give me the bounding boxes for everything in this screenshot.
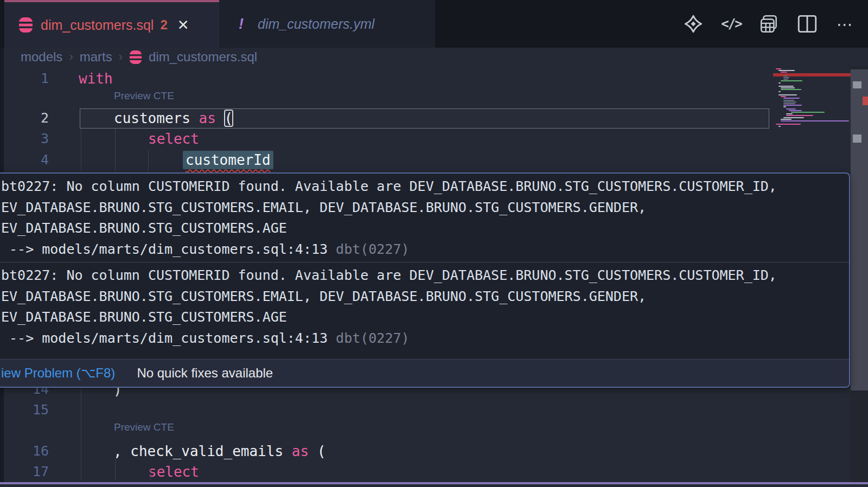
error-message-block-1: bt0227: No column CUSTOMERID found. Avai… (0, 174, 849, 260)
breadcrumb-models[interactable]: models (21, 49, 62, 65)
minimap-code-line (776, 124, 801, 125)
minimap-code-line (778, 94, 797, 95)
minimap-code-line (786, 108, 796, 110)
minimap-code-line (781, 80, 802, 81)
code-line-3[interactable]: 3select (0, 129, 770, 149)
minimap-code-line (789, 110, 802, 111)
overview-ruler-mark (853, 81, 861, 88)
error-location-line: --> models/marts/dim_customers.sql:4:13 … (1, 328, 844, 349)
close-icon[interactable]: ✕ (177, 17, 189, 34)
editor-actions: </> ⋯ (682, 0, 856, 48)
minimap-code-line (791, 112, 825, 113)
minimap-code-line (781, 87, 795, 88)
codelens-preview-cte[interactable]: Preview CTE (114, 90, 174, 102)
code-text: select (148, 129, 199, 149)
token: as (292, 443, 309, 459)
error-line: EV_DATABASE.BRUNO.STG_CUSTOMERS.EMAIL, D… (1, 286, 844, 307)
scrollbar-slider[interactable] (851, 69, 868, 390)
error-line: EV_DATABASE.BRUNO.STG_CUSTOMERS.EMAIL, D… (1, 197, 844, 219)
breadcrumb: models › marts › dim_customers.sql (21, 48, 257, 66)
minimap-code-line (783, 98, 800, 99)
minimap-code-line (778, 126, 781, 127)
error-source-code: dbt(0227) (336, 241, 409, 257)
window-bottom-border (0, 482, 868, 484)
codelens-preview-cte[interactable]: Preview CTE (114, 421, 174, 433)
minimap-code-line (783, 79, 788, 80)
scrollbar-track[interactable] (851, 66, 868, 483)
minimap-code-line (783, 75, 788, 76)
tab-label: dim_customers.sql (41, 17, 154, 33)
code-text: , check_valid_emails as ( (113, 441, 326, 462)
line-number: 3 (0, 129, 49, 149)
minimap-code-line (781, 119, 792, 120)
overview-ruler-error-mark (863, 97, 868, 105)
tab-dim-customers-sql[interactable]: dim_customers.sql 2 ✕ (4, 0, 219, 48)
view-problem-link[interactable]: iew Problem (⌥F8) (1, 366, 115, 381)
tab-label: dim_customers.yml (258, 16, 374, 32)
token: with (79, 71, 113, 87)
error-location[interactable]: --> models/marts/dim_customers.sql:4:13 (1, 330, 336, 346)
error-location-line: --> models/marts/dim_customers.sql:4:13 … (1, 239, 844, 260)
error-line: bt0227: No column CUSTOMERID found. Avai… (1, 265, 844, 286)
minimap-code-line (778, 82, 781, 84)
error-line: bt0227: No column CUSTOMERID found. Avai… (1, 176, 844, 197)
tab-dim-customers-yml[interactable]: ! dim_customers.yml (219, 0, 435, 48)
error-hover-panel: bt0227: No column CUSTOMERID found. Avai… (0, 172, 850, 388)
error-source-code: dbt(0227) (336, 330, 409, 346)
indent-guide (148, 150, 149, 171)
minimap-code-line (783, 101, 796, 102)
line-number: 15 (0, 400, 49, 420)
line-number: 2 (0, 108, 49, 129)
tab-bar: dim_customers.sql 2 ✕ ! dim_customers.ym… (0, 0, 868, 48)
code-text: customerId (183, 150, 273, 170)
line-number: 4 (0, 150, 49, 170)
token: ( (309, 443, 326, 459)
minimap-code-line (783, 106, 786, 107)
error-occurrence-highlight: customerId (183, 151, 273, 169)
code-line-4[interactable]: 4customerId (0, 150, 770, 170)
line-number: 17 (0, 462, 49, 482)
hover-status-bar: iew Problem (⌥F8) No quick fixes availab… (0, 359, 849, 387)
more-actions-icon[interactable]: ⋯ (834, 13, 856, 35)
dbt-icon[interactable] (682, 13, 704, 35)
indent-guide (115, 129, 116, 171)
code-line-16[interactable]: 16, check_valid_emails as ( (0, 441, 770, 462)
minimap-code-line (778, 91, 781, 92)
minimap-code-line (781, 96, 786, 97)
indent-guide (81, 129, 81, 171)
indent-guide (115, 459, 116, 480)
minimap-code-line (786, 115, 813, 116)
database-icon (18, 17, 33, 33)
token: , check_valid_emails (113, 443, 292, 459)
no-quick-fixes-text: No quick fixes available (137, 366, 273, 381)
code-text: with (79, 68, 113, 89)
minimap-code-line (781, 120, 849, 121)
breadcrumb-marts[interactable]: marts (80, 49, 112, 65)
split-editor-icon[interactable] (796, 13, 818, 35)
current-line-highlight (80, 108, 769, 129)
preview-table-icon[interactable] (758, 13, 780, 35)
token: select (148, 464, 199, 480)
code-text: select (148, 462, 199, 482)
minimap-code-line (783, 105, 802, 106)
error-location[interactable]: --> models/marts/dim_customers.sql:4:13 (1, 241, 336, 257)
error-line: EV_DATABASE.BRUNO.STG_CUSTOMERS.AGE (1, 307, 844, 328)
compile-code-icon[interactable]: </> (720, 13, 742, 35)
breadcrumb-file[interactable]: dim_customers.sql (149, 49, 257, 65)
minimap-code-line (783, 77, 789, 78)
chevron-right-icon: › (119, 50, 123, 64)
error-message-block-2: bt0227: No column CUSTOMERID found. Avai… (0, 262, 849, 349)
minimap-code-line (783, 100, 794, 101)
modified-count-badge: 2 (160, 17, 167, 33)
minimap-code-line (778, 70, 795, 71)
code-line-17[interactable]: 17select (0, 462, 770, 482)
overview-ruler-mark (853, 134, 861, 143)
database-icon (129, 50, 142, 65)
minimap-code-line (778, 86, 794, 87)
minimap-code-line (786, 113, 793, 114)
token: select (148, 131, 199, 147)
code-line-1[interactable]: 1with (0, 68, 770, 89)
code-line-15[interactable]: 15 (0, 400, 770, 420)
line-number: 1 (0, 68, 49, 89)
minimap-code-line (783, 117, 804, 118)
